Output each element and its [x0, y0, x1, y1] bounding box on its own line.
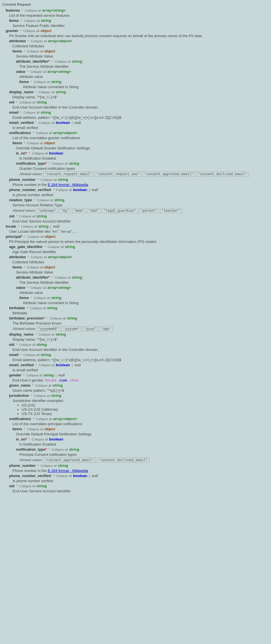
granter-field: granter ^ Collapse all object — [2, 29, 269, 33]
principal-notif-type-name: notification_type — [16, 447, 47, 452]
granter-eid-desc: End-User Account Identifier in the Contr… — [2, 105, 269, 109]
principal-display-name-desc: Display name, "^[\w_\-\.]+$" — [2, 337, 269, 342]
granter-attributes-items-collapse[interactable]: Collapse all — [27, 50, 43, 53]
locale-desc: User Locale Identifier like "en", "en-us… — [2, 229, 269, 234]
principal-field: principal ^ Collapse all object — [2, 234, 269, 239]
principal-birthdate-field: birthdate ^ Collapse all string — [2, 306, 269, 310]
principal-attributes-items-field: Items ^ Collapse all object — [2, 265, 269, 269]
granter-eid-field: eid ^ Collapse all string — [2, 100, 269, 104]
principal-attr-id-desc: The Service Attribute Identifier — [2, 280, 269, 285]
granter-collapse[interactable]: Collapse all — [23, 29, 39, 33]
principal-notif-items-collapse[interactable]: Collapse all — [27, 427, 43, 431]
principal-given-name-collapse[interactable]: Collapse all — [35, 384, 51, 387]
principal-value-desc: Attribute value — [2, 291, 269, 295]
principal-email-verified-collapse[interactable]: Collapse all — [39, 363, 55, 367]
granter-is-on-collapse[interactable]: Collapse all — [32, 152, 48, 155]
principal-attributes-collapse[interactable]: Collapse all — [31, 255, 47, 259]
granter-email-verified-collapse[interactable]: Collapse all — [39, 121, 55, 124]
principal-email-collapse[interactable]: Collapse all — [23, 353, 39, 357]
granter-phone-verified-name: phone_number_verified — [9, 188, 51, 192]
principal-attributes-items-name: Items — [12, 265, 22, 269]
principal-jurisdiction-name: jurisdiction — [9, 393, 29, 398]
granter-phone-verified-collapse[interactable]: Collapse all — [56, 188, 72, 192]
granter-attributes-items-field: Items ^ Collapse all object — [2, 49, 269, 53]
granter-is-on-name: is_on — [16, 151, 27, 155]
principal-birthdate-precision-name: birthdate_precision — [9, 316, 45, 320]
principal-sid-desc: End-User Service Account Identifier — [2, 489, 269, 493]
granter-email-collapse[interactable]: Collapse all — [23, 111, 39, 114]
granter-phone-collapse[interactable]: Collapse all — [41, 178, 57, 181]
granter-attributes-collapse[interactable]: Collapse all — [31, 39, 47, 43]
principal-gender-collapse[interactable]: Collapse all — [26, 374, 43, 377]
principal-phone-verified-collapse[interactable]: Collapse all — [56, 474, 72, 478]
granter-eid-collapse[interactable]: Collapse all — [19, 101, 35, 104]
principal-phone-name: phone_number — [9, 463, 36, 468]
principal-display-name-collapse[interactable]: Collapse all — [38, 333, 54, 336]
granter-sid-desc: End-User Service Account Identifier — [2, 219, 269, 223]
granter-is-on-desc: Is Notification Enabled — [2, 156, 269, 160]
principal-attributes-items-collapse[interactable]: Collapse all — [27, 266, 43, 269]
principal-value-collapse[interactable]: Collapse all — [30, 286, 46, 289]
principal-notifications-field: notifications ^ Collapse all array<objec… — [2, 417, 269, 421]
principal-phone-verified-field: phone_number_verified ^ Collapse all boo… — [2, 474, 269, 478]
granter-value-name: value — [16, 69, 25, 74]
principal-birthdate-name: birthdate — [9, 306, 25, 310]
principal-sid-field: sid ^ Collapse all string — [2, 484, 269, 488]
locale-field: locale ^ Collapse all string | null — [2, 224, 269, 228]
features-field: features ^ Collapse all array<string> — [2, 8, 269, 12]
principal-attributes-items-desc: Service Attribute Value — [2, 270, 269, 274]
principal-birthdate-precision-collapse[interactable]: Collapse all — [50, 317, 66, 320]
granter-notif-items-collapse[interactable]: Collapse all — [27, 141, 43, 145]
principal-phone-collapse[interactable]: Collapse all — [41, 464, 57, 467]
granter-attr-id-collapse[interactable]: Collapse all — [54, 60, 71, 63]
principal-birthdate-desc: Birthdate — [2, 311, 269, 315]
principal-email-verified-name: email_verified — [9, 363, 34, 367]
principal-jurisdiction-desc: Jurisdiction Identifier examples: — [2, 399, 269, 403]
principal-collapse[interactable]: Collapse all — [27, 235, 43, 238]
granter-relation-type-collapse[interactable]: Collapse all — [37, 198, 53, 202]
principal-attr-id-name: attribute_identifier — [16, 275, 50, 279]
principal-display-name-field: display_name ^ Collapse all string — [2, 332, 269, 336]
principal-sid-name: sid — [9, 484, 14, 488]
principal-jurisdiction-collapse[interactable]: Collapse all — [34, 394, 50, 397]
granter-phone-verified-field: phone_number_verified ^ Collapse all boo… — [2, 188, 269, 192]
principal-notifications-collapse[interactable]: Collapse all — [36, 417, 52, 421]
granter-display-name-name: display_name — [9, 90, 33, 94]
principal-age-gate-name: age_gate_identifier — [9, 245, 43, 249]
principal-attributes-desc: Collected Attributes — [2, 260, 269, 264]
e164-link-granter[interactable]: E.164 format - Wikipedia — [48, 183, 88, 187]
granter-is-on-field: is_on ^ Collapse all boolean — [2, 151, 269, 155]
granter-display-name-field: display_name ^ Collapse all string — [2, 90, 269, 94]
granter-email-verified-field: email_verified ^ Collapse all boolean | … — [2, 120, 269, 125]
features-items-field: Items ^ Collapse all string — [2, 18, 269, 23]
principal-notif-type-desc: Principal Consent notification types — [2, 452, 269, 457]
e164-link-principal[interactable]: E.164 format - Wikipedia — [48, 469, 88, 473]
principal-attr-id-collapse[interactable]: Collapse all — [54, 276, 71, 279]
granter-notif-items-field: Items ^ Collapse all object — [2, 141, 269, 145]
granter-sid-collapse[interactable]: Collapse all — [19, 215, 35, 218]
features-items-collapse[interactable]: Collapse all — [24, 19, 40, 22]
granter-display-name-collapse[interactable]: Collapse all — [38, 90, 54, 94]
granter-value-collapse[interactable]: Collapse all — [30, 70, 46, 73]
principal-display-name-name: display_name — [9, 332, 33, 336]
granter-email-field: email ^ Collapse all string — [2, 110, 269, 115]
principal-birthdate-collapse[interactable]: Collapse all — [30, 306, 46, 310]
granter-notifications-collapse[interactable]: Collapse all — [36, 131, 52, 135]
principal-desc: PII Principal the natural person to whom… — [2, 240, 269, 244]
granter-relation-type-desc: Service Account Relation Type — [2, 203, 269, 207]
granter-attr-id-field: attribute_identifier ^ Collapse all stri… — [2, 59, 269, 63]
principal-given-name-desc: Given name pattern: "^\p{L}-]+$ — [2, 388, 269, 393]
granter-notif-items-desc: Override Default Granter Notification Se… — [2, 146, 269, 150]
granter-notif-type-collapse[interactable]: Collapse all — [52, 162, 68, 165]
principal-notif-type-collapse[interactable]: Collapse all — [52, 448, 68, 451]
features-collapse[interactable]: Collapse all — [25, 9, 41, 12]
principal-sid-collapse[interactable]: Collapse all — [19, 484, 35, 488]
principal-is-on-collapse[interactable]: Collapse all — [32, 438, 48, 441]
granter-value-items-collapse[interactable]: Collapse all — [34, 80, 50, 84]
granter-value-field: value ^ Collapse all array<string> — [2, 69, 269, 74]
locale-collapse[interactable]: Collapse all — [21, 225, 37, 228]
granter-relation-type-allowed: Allowed values "unknown" "my" "mom" "dad… — [2, 208, 269, 213]
principal-age-gate-collapse[interactable]: Collapse all — [48, 245, 64, 249]
principal-eid-collapse[interactable]: Collapse all — [19, 343, 35, 346]
principal-value-items-collapse[interactable]: Collapse all — [34, 296, 50, 300]
